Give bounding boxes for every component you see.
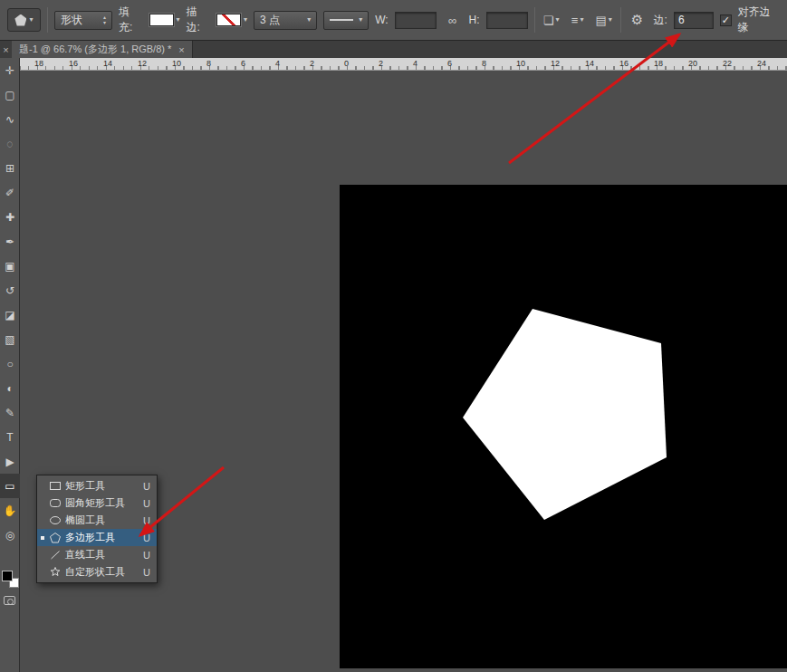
brush-tool[interactable]: ✒ — [0, 229, 20, 254]
stroke-no-color-swatch — [216, 14, 241, 26]
ruler-tick-label: 14 — [103, 59, 112, 68]
active-tool-dot — [41, 536, 44, 540]
ruler-tick-label: 16 — [69, 59, 78, 68]
ellipse-icon — [49, 514, 62, 526]
stroke-width-dropdown[interactable]: 3 点 ▾ — [254, 11, 317, 30]
menu-item-rounded-rectangle-tool[interactable]: 圆角矩形工具 U — [37, 494, 157, 512]
solid-line-icon — [330, 19, 353, 21]
tab-close-icon[interactable]: × — [178, 44, 184, 55]
ruler-tick-label: 6 — [241, 59, 245, 68]
dropdown-arrow-icon: ▾ — [244, 16, 247, 24]
document-tab-bar: × 题-1 @ 66.7% (多边形 1, RGB/8) * × — [0, 41, 787, 58]
menu-item-custom-shape-tool[interactable]: 自定形状工具 U — [37, 563, 157, 581]
lasso-tool[interactable]: ∿ — [0, 107, 20, 131]
document-tab[interactable]: 题-1 @ 66.7% (多边形 1, RGB/8) * × — [12, 41, 193, 58]
pen-tool[interactable]: ✎ — [0, 400, 20, 425]
align-edges-label: 对齐边缘 — [738, 5, 780, 35]
dropdown-arrow-icon: ▾ — [580, 16, 583, 24]
quick-mask-icon[interactable] — [4, 596, 15, 605]
height-label: H: — [469, 14, 480, 26]
menu-item-line-tool[interactable]: 直线工具 U — [37, 546, 157, 563]
menu-item-shortcut: U — [143, 550, 150, 561]
ruler-tick-label: 4 — [413, 59, 417, 68]
spot-healing-brush-tool[interactable]: ✚ — [0, 205, 20, 229]
tab-bar-close-icon[interactable]: × — [0, 41, 12, 58]
align-edges-checkbox[interactable]: ✓ — [720, 14, 732, 26]
foreground-color-swatch[interactable] — [2, 571, 13, 581]
path-selection-tool[interactable]: ▶ — [0, 449, 20, 474]
stroke-label: 描边: — [187, 5, 210, 35]
active-indicator-slot — [39, 536, 45, 540]
ruler-tick-label: 10 — [172, 59, 181, 68]
document-canvas[interactable] — [340, 185, 787, 668]
ruler-tick-label: 16 — [619, 59, 629, 68]
ruler-tick-label: 18 — [654, 59, 663, 68]
menu-item-label: 多边形工具 — [65, 531, 139, 544]
menu-item-label: 椭圆工具 — [65, 514, 139, 527]
fill-label: 填充: — [119, 5, 142, 35]
ruler-tick-label: 0 — [344, 59, 349, 68]
gradient-tool[interactable]: ▧ — [0, 327, 20, 351]
eyedropper-tool[interactable]: ✐ — [0, 180, 20, 205]
pentagon-shape — [463, 309, 667, 520]
clone-stamp-tool[interactable]: ▣ — [0, 254, 20, 278]
shape-tool[interactable]: ▭ — [0, 474, 20, 498]
separator — [620, 7, 621, 33]
tool-mode-dropdown[interactable]: 形状 ▴▾ — [54, 11, 112, 30]
document-title: 题-1 @ 66.7% (多边形 1, RGB/8) * — [19, 43, 171, 56]
tool-mode-value: 形状 — [61, 13, 82, 28]
ruler-tick-label: 8 — [206, 59, 211, 68]
ruler-tick-label: 10 — [516, 59, 525, 68]
dropdown-arrow-icon: ▾ — [609, 16, 612, 24]
combine-shapes-button[interactable]: ❏▾ — [542, 9, 561, 31]
stroke-width-value: 3 点 — [260, 13, 280, 28]
sides-input[interactable] — [674, 12, 714, 29]
move-tool[interactable]: ✛ — [0, 58, 20, 82]
menu-item-rectangle-tool[interactable]: 矩形工具 U — [37, 477, 157, 494]
path-alignment-button[interactable]: ≡▾ — [568, 9, 588, 31]
tools-panel-icons: ✛▢∿◌⊞✐✚✒▣↺◪▧○◐✎T▶▭✋◎ — [0, 58, 19, 547]
rectangle-icon — [49, 480, 62, 492]
horizontal-ruler[interactable]: 18161412108642024681012141618202224 — [20, 58, 787, 71]
menu-item-ellipse-tool[interactable]: 椭圆工具 U — [37, 512, 157, 529]
quick-selection-tool[interactable]: ◌ — [0, 131, 20, 156]
menu-item-shortcut: U — [143, 498, 150, 509]
hand-tool[interactable]: ✋ — [0, 498, 20, 523]
menu-item-label: 自定形状工具 — [65, 565, 139, 579]
options-bar: ▾ 形状 ▴▾ 填充: ▾ 描边: ▾ 3 点 ▾ ▾ W: ∞ H: ❏▾ ≡… — [0, 0, 787, 41]
ruler-tick-label: 12 — [138, 59, 147, 68]
tool-preset-picker[interactable]: ▾ — [7, 8, 41, 32]
color-swatches[interactable] — [2, 571, 19, 588]
fill-color-swatch — [149, 14, 174, 26]
horizontal-type-tool[interactable]: T — [0, 425, 20, 449]
geometry-options-gear-icon[interactable]: ⚙ — [628, 9, 648, 31]
ruler-tick-label: 8 — [482, 59, 486, 68]
stroke-style-dropdown[interactable]: ▾ — [323, 11, 369, 30]
width-label: W: — [375, 14, 388, 26]
dropdown-arrow-icon: ▾ — [177, 16, 180, 24]
ruler-tick-label: 6 — [447, 59, 452, 68]
width-input[interactable] — [395, 12, 437, 29]
menu-item-shortcut: U — [143, 533, 150, 543]
dropdown-arrow-icon: ▾ — [29, 16, 33, 24]
path-arrangement-button[interactable]: ▤▾ — [594, 9, 614, 31]
height-input[interactable] — [486, 12, 528, 29]
rounded-rectangle-icon — [49, 497, 62, 509]
fill-swatch-button[interactable]: ▾ — [149, 14, 180, 26]
eraser-tool[interactable]: ◪ — [0, 302, 20, 327]
link-dimensions-icon[interactable]: ∞ — [443, 9, 463, 31]
crop-tool[interactable]: ⊞ — [0, 156, 20, 180]
custom-shape-icon — [49, 566, 62, 578]
blur-tool[interactable]: ○ — [0, 351, 20, 376]
polygon-icon — [49, 532, 62, 543]
ruler-tick-label: 2 — [379, 59, 383, 68]
dodge-tool[interactable]: ◐ — [0, 376, 20, 400]
stroke-swatch-button[interactable]: ▾ — [216, 14, 247, 26]
line-icon — [49, 549, 62, 561]
zoom-tool[interactable]: ◎ — [0, 523, 20, 547]
ruler-tick-label: 22 — [723, 59, 732, 68]
dropdown-arrow-icon: ▾ — [555, 16, 559, 24]
rectangular-marquee-tool[interactable]: ▢ — [0, 82, 20, 107]
menu-item-polygon-tool[interactable]: 多边形工具 U — [37, 529, 157, 546]
history-brush-tool[interactable]: ↺ — [0, 278, 20, 302]
